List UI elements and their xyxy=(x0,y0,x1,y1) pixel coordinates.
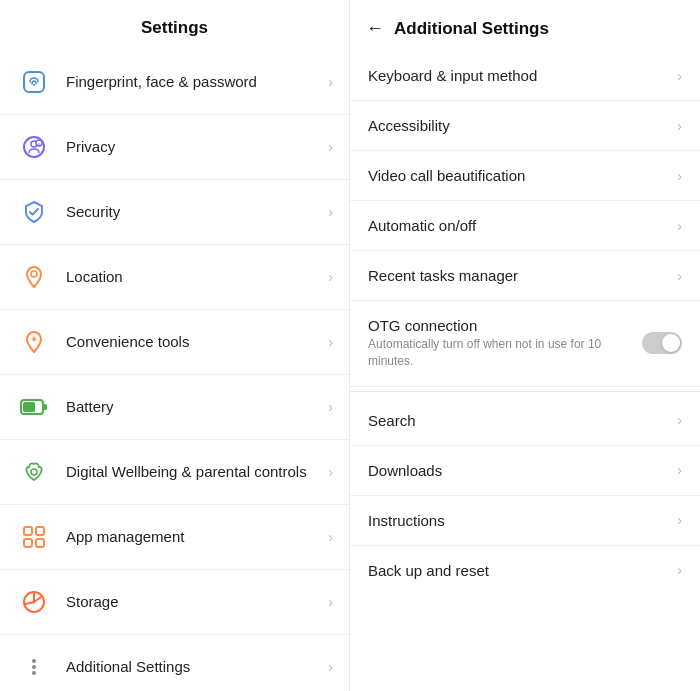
additional-icon xyxy=(16,649,52,685)
app-management-chevron: › xyxy=(328,529,333,545)
svg-point-12 xyxy=(31,469,37,475)
instructions-chevron: › xyxy=(677,512,682,528)
convenience-chevron: › xyxy=(328,334,333,350)
keyboard-chevron: › xyxy=(677,68,682,84)
convenience-icon xyxy=(16,324,52,360)
svg-rect-15 xyxy=(24,539,32,547)
storage-chevron: › xyxy=(328,594,333,610)
settings-item-additional[interactable]: Additional Settings › xyxy=(0,635,349,691)
battery-chevron: › xyxy=(328,399,333,415)
privacy-icon: ⚙ xyxy=(16,129,52,165)
recent-tasks-content: Recent tasks manager xyxy=(368,267,669,284)
otg-sub: Automatically turn off when not in use f… xyxy=(368,336,632,370)
auto-onoff-chevron: › xyxy=(677,218,682,234)
accessibility-chevron: › xyxy=(677,118,682,134)
svg-point-6 xyxy=(31,271,37,277)
settings-item-fingerprint[interactable]: Fingerprint, face & password › xyxy=(0,50,349,115)
additional-label: Additional Settings xyxy=(66,657,320,677)
right-item-recent-tasks[interactable]: Recent tasks manager › xyxy=(350,251,700,301)
security-chevron: › xyxy=(328,204,333,220)
wellbeing-icon xyxy=(16,454,52,490)
security-label: Security xyxy=(66,202,320,222)
settings-item-storage[interactable]: Storage › xyxy=(0,570,349,635)
svg-point-19 xyxy=(32,665,36,669)
fingerprint-label: Fingerprint, face & password xyxy=(66,72,320,92)
wellbeing-chevron: › xyxy=(328,464,333,480)
search-chevron: › xyxy=(677,412,682,428)
settings-item-app-management[interactable]: App management › xyxy=(0,505,349,570)
right-divider xyxy=(350,391,700,392)
additional-chevron: › xyxy=(328,659,333,675)
right-item-backup-reset[interactable]: Back up and reset › xyxy=(350,546,700,595)
backup-reset-chevron: › xyxy=(677,562,682,578)
svg-point-18 xyxy=(32,659,36,663)
keyboard-content: Keyboard & input method xyxy=(368,67,669,84)
settings-item-security[interactable]: Security › xyxy=(0,180,349,245)
right-panel-header: ← Additional Settings xyxy=(350,0,700,51)
right-item-accessibility[interactable]: Accessibility › xyxy=(350,101,700,151)
right-item-search[interactable]: Search › xyxy=(350,396,700,446)
storage-icon xyxy=(16,584,52,620)
downloads-label: Downloads xyxy=(368,462,669,479)
settings-item-digital-wellbeing[interactable]: Digital Wellbeing & parental controls › xyxy=(0,440,349,505)
fingerprint-chevron: › xyxy=(328,74,333,90)
fingerprint-icon xyxy=(16,64,52,100)
privacy-chevron: › xyxy=(328,139,333,155)
right-item-otg[interactable]: OTG connection Automatically turn off wh… xyxy=(350,301,700,387)
svg-rect-10 xyxy=(23,402,35,412)
downloads-content: Downloads xyxy=(368,462,669,479)
right-panel: ← Additional Settings Keyboard & input m… xyxy=(350,0,700,691)
location-chevron: › xyxy=(328,269,333,285)
recent-tasks-label: Recent tasks manager xyxy=(368,267,669,284)
settings-item-privacy[interactable]: ⚙ Privacy › xyxy=(0,115,349,180)
settings-item-convenience[interactable]: Convenience tools › xyxy=(0,310,349,375)
right-item-video-call[interactable]: Video call beautification › xyxy=(350,151,700,201)
search-label: Search xyxy=(368,412,669,429)
video-call-chevron: › xyxy=(677,168,682,184)
accessibility-content: Accessibility xyxy=(368,117,669,134)
otg-label: OTG connection xyxy=(368,317,632,334)
app-icon xyxy=(16,519,52,555)
svg-point-8 xyxy=(33,338,36,341)
storage-label: Storage xyxy=(66,592,320,612)
svg-rect-16 xyxy=(36,539,44,547)
recent-tasks-chevron: › xyxy=(677,268,682,284)
security-icon xyxy=(16,194,52,230)
svg-point-20 xyxy=(32,671,36,675)
right-item-auto-onoff[interactable]: Automatic on/off › xyxy=(350,201,700,251)
svg-rect-13 xyxy=(24,527,32,535)
svg-rect-11 xyxy=(43,404,47,410)
right-item-instructions[interactable]: Instructions › xyxy=(350,496,700,546)
instructions-label: Instructions xyxy=(368,512,669,529)
otg-toggle[interactable] xyxy=(642,332,682,354)
backup-reset-content: Back up and reset xyxy=(368,562,669,579)
convenience-label: Convenience tools xyxy=(66,332,320,352)
right-item-downloads[interactable]: Downloads › xyxy=(350,446,700,496)
privacy-label: Privacy xyxy=(66,137,320,157)
keyboard-label: Keyboard & input method xyxy=(368,67,669,84)
right-panel-title: Additional Settings xyxy=(394,19,549,39)
svg-text:⚙: ⚙ xyxy=(37,142,41,147)
instructions-content: Instructions xyxy=(368,512,669,529)
settings-item-location[interactable]: Location › xyxy=(0,245,349,310)
video-call-label: Video call beautification xyxy=(368,167,669,184)
left-panel-title: Settings xyxy=(0,0,349,50)
back-icon[interactable]: ← xyxy=(366,18,384,39)
battery-label: Battery xyxy=(66,397,320,417)
right-item-keyboard[interactable]: Keyboard & input method › xyxy=(350,51,700,101)
otg-content: OTG connection Automatically turn off wh… xyxy=(368,317,632,370)
auto-onoff-content: Automatic on/off xyxy=(368,217,669,234)
video-call-content: Video call beautification xyxy=(368,167,669,184)
location-label: Location xyxy=(66,267,320,287)
accessibility-label: Accessibility xyxy=(368,117,669,134)
search-content: Search xyxy=(368,412,669,429)
location-icon xyxy=(16,259,52,295)
svg-point-1 xyxy=(33,84,35,86)
settings-item-battery[interactable]: Battery › xyxy=(0,375,349,440)
backup-reset-label: Back up and reset xyxy=(368,562,669,579)
app-management-label: App management xyxy=(66,527,320,547)
svg-rect-0 xyxy=(24,72,44,92)
downloads-chevron: › xyxy=(677,462,682,478)
auto-onoff-label: Automatic on/off xyxy=(368,217,669,234)
svg-rect-14 xyxy=(36,527,44,535)
